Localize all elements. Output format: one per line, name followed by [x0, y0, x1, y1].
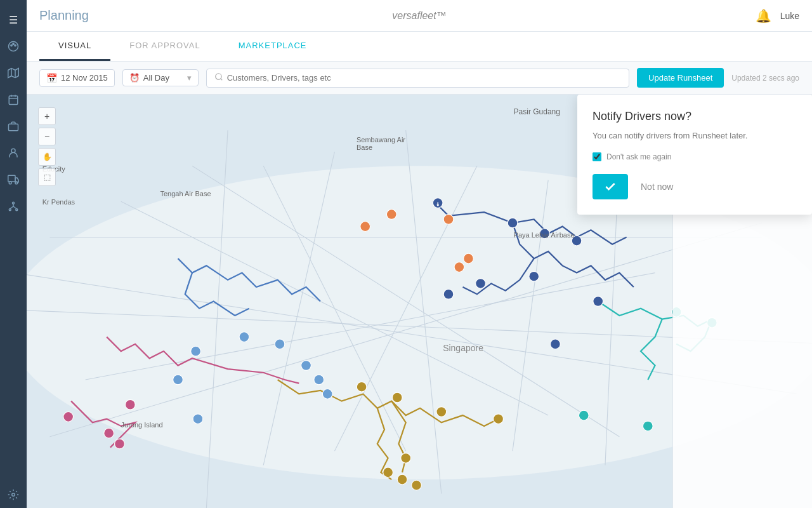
briefcase-icon[interactable] — [2, 115, 25, 138]
svg-point-60 — [401, 453, 411, 464]
search-input[interactable] — [227, 73, 621, 83]
zoom-out-button[interactable]: − — [38, 128, 56, 145]
dont-ask-checkbox[interactable] — [593, 152, 601, 161]
svg-rect-11 — [9, 124, 18, 131]
select-tool-button[interactable]: ⬚ — [38, 168, 56, 186]
updated-status: Updated 2 secs ago — [731, 74, 799, 83]
svg-point-66 — [275, 339, 285, 349]
brand-logo: versafleet™ — [392, 10, 446, 22]
svg-point-62 — [397, 474, 407, 485]
svg-point-61 — [383, 467, 393, 478]
svg-point-43 — [476, 279, 486, 289]
search-icon — [214, 72, 223, 84]
dont-ask-label[interactable]: Don't ask me again — [606, 152, 671, 161]
settings-icon[interactable] — [2, 483, 25, 506]
svg-point-70 — [314, 375, 324, 385]
svg-point-55 — [115, 439, 125, 449]
svg-point-12 — [11, 149, 15, 152]
svg-point-71 — [322, 389, 332, 399]
svg-line-21 — [220, 78, 222, 80]
map-icon[interactable] — [2, 62, 25, 84]
svg-point-73 — [386, 210, 396, 220]
svg-point-68 — [193, 414, 203, 424]
time-value: All Day — [143, 73, 169, 83]
hierarchy-icon[interactable] — [2, 195, 25, 218]
svg-point-58 — [436, 407, 447, 417]
svg-point-72 — [360, 222, 370, 232]
notify-actions: Not now — [593, 174, 797, 199]
dont-ask-checkbox-row: Don't ask me again — [593, 152, 797, 161]
tab-bar: VISUAL FOR APPROVAL MARKETPLACE — [27, 32, 812, 62]
svg-marker-4 — [8, 69, 19, 78]
svg-point-20 — [215, 73, 221, 79]
time-picker[interactable]: ⏰ All Day ▾ — [122, 69, 199, 86]
palette-icon[interactable] — [2, 35, 25, 58]
svg-point-69 — [301, 361, 311, 371]
sidebar: ☰ — [0, 0, 27, 508]
svg-point-2 — [13, 43, 14, 44]
svg-point-53 — [63, 411, 74, 422]
clock-icon: ⏰ — [129, 73, 140, 83]
map-area[interactable]: ↓ — [27, 95, 812, 508]
calendar-icon: 📅 — [46, 73, 57, 83]
tab-visual[interactable]: VISUAL — [39, 32, 110, 61]
svg-rect-7 — [9, 96, 18, 105]
search-box — [206, 69, 629, 88]
dropdown-icon: ▾ — [187, 73, 192, 83]
map-controls: + − ✋ ⬚ — [38, 107, 56, 186]
svg-point-3 — [15, 44, 16, 46]
toolbar: 📅 12 Nov 2015 ⏰ All Day ▾ Update Runshee… — [27, 62, 812, 95]
svg-point-64 — [239, 332, 249, 342]
pan-tool-button[interactable]: ✋ — [38, 148, 56, 166]
svg-text:↓: ↓ — [436, 201, 439, 207]
header: Planning versafleet™ 🔔 Luke — [27, 0, 812, 32]
svg-point-65 — [191, 346, 201, 356]
person-icon[interactable] — [2, 142, 25, 164]
svg-point-51 — [643, 421, 653, 431]
svg-point-16 — [13, 202, 15, 204]
page-title: Planning — [39, 8, 89, 23]
svg-point-19 — [12, 493, 15, 497]
main-content: Planning versafleet™ 🔔 Luke VISUAL FOR A… — [27, 0, 812, 508]
svg-point-59 — [494, 414, 504, 424]
tab-marketplace[interactable]: MARKETPLACE — [219, 32, 326, 61]
svg-point-75 — [454, 262, 464, 272]
svg-point-14 — [9, 182, 11, 184]
svg-point-45 — [529, 271, 539, 281]
notification-bell-icon[interactable]: 🔔 — [756, 8, 771, 23]
tab-for-approval[interactable]: FOR APPROVAL — [110, 32, 219, 61]
svg-point-74 — [464, 253, 474, 264]
svg-point-56 — [357, 382, 367, 392]
user-name: Luke — [780, 11, 799, 21]
svg-point-17 — [9, 209, 11, 211]
date-value: 12 Nov 2015 — [61, 73, 108, 83]
calendar-icon[interactable] — [2, 88, 25, 111]
svg-point-18 — [16, 209, 18, 211]
notify-title: Notify Drivers now? — [593, 110, 797, 123]
svg-point-15 — [15, 182, 18, 184]
notify-drivers-popup: Notify Drivers now? You can notify drive… — [577, 95, 812, 215]
svg-point-50 — [579, 410, 589, 420]
truck-icon[interactable] — [2, 168, 25, 191]
zoom-in-button[interactable]: + — [38, 107, 56, 125]
svg-point-47 — [593, 297, 603, 307]
confirm-notify-button[interactable] — [593, 174, 628, 199]
svg-point-40 — [508, 218, 518, 228]
update-runsheet-button[interactable]: Update Runsheet — [637, 68, 724, 88]
svg-point-1 — [11, 44, 12, 46]
svg-point-63 — [412, 480, 422, 490]
menu-icon[interactable]: ☰ — [2, 8, 25, 31]
svg-point-46 — [551, 339, 561, 349]
svg-point-57 — [392, 392, 402, 403]
header-right: 🔔 Luke — [756, 8, 799, 23]
svg-point-41 — [540, 229, 550, 239]
svg-point-76 — [443, 215, 454, 225]
svg-point-42 — [572, 236, 582, 246]
svg-rect-13 — [8, 175, 15, 182]
svg-point-67 — [173, 375, 183, 385]
notify-description: You can notify drivers from Runsheet lat… — [593, 130, 797, 142]
not-now-button[interactable]: Not now — [636, 177, 678, 197]
svg-point-54 — [104, 428, 114, 438]
svg-point-44 — [443, 289, 454, 299]
date-picker[interactable]: 📅 12 Nov 2015 — [39, 69, 115, 87]
